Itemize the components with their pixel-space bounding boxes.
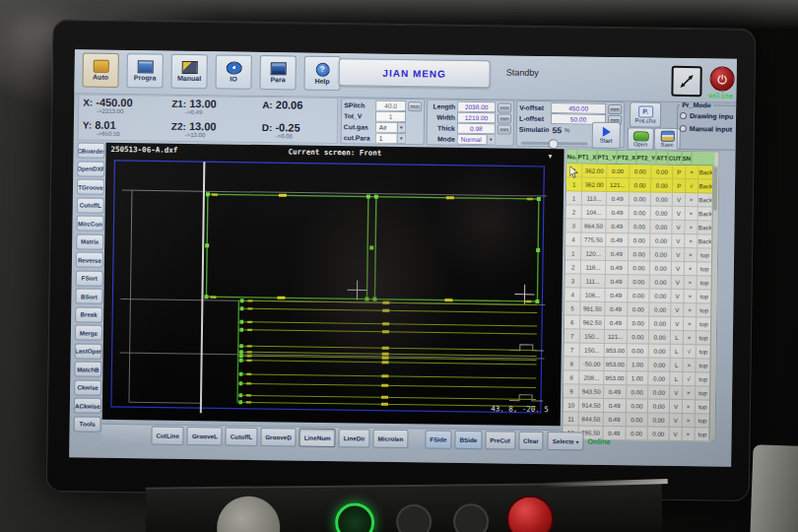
toolbar-button[interactable]: Help [303,56,340,92]
param-field[interactable]: 0.98 ▾ [457,123,496,135]
background-object [750,444,798,532]
app-title: JIAN MENG [338,58,490,88]
param-field[interactable]: Normal ▾ [457,134,496,146]
sidebar-item[interactable]: CBoarder [77,142,104,158]
unit-chip: mm [498,102,511,112]
param-field[interactable]: 40.0 ▾ [375,100,406,111]
console-button-green[interactable] [335,502,374,532]
radio-option[interactable]: Drawing inpu [680,109,735,123]
sidebar-item[interactable]: CutoffL [77,197,104,213]
param-row: cut.Para 1 ▾ [344,132,422,144]
drawing-canvas[interactable]: 250513-06-A.dxf Current screen: Front 43… [102,143,565,426]
bottombar-button[interactable]: GrooveD [260,428,297,447]
unit-chip: mm [498,113,511,123]
pos-change-icon: P. [638,105,653,117]
monitor-bezel: Auto Progra Manual [46,19,757,501]
auto-icon [93,60,108,73]
sidebar-item[interactable]: BSort [75,288,102,303]
bottombar-right: Clear Selecte▾ Online [518,432,615,451]
column-header: PT2_Y [636,151,656,164]
sidebar-item[interactable]: Matrix [76,233,103,249]
sidebar-item[interactable]: LastOper [75,343,102,359]
sidebar-item[interactable]: ACkwise [74,397,101,413]
open-button[interactable]: Open [628,127,654,150]
toolbar-button[interactable]: Auto [82,52,118,88]
sidebar-item[interactable]: Reverse [76,251,103,267]
start-button[interactable]: Start [592,122,621,149]
sidebar-item[interactable]: Tools [74,416,101,432]
chevron-down-icon: ▾ [487,135,495,144]
bottombar-button[interactable]: Microlen [372,430,408,448]
scrollbar-thumb[interactable] [713,166,718,210]
screen: Auto Progra Manual [69,49,737,466]
param-field[interactable]: 1219.00 ▾ [457,112,496,124]
console-button-dark[interactable] [396,504,432,532]
sidebar-item[interactable]: MatchB [74,361,101,376]
toolbar-button[interactable]: Manual [170,54,207,90]
bottombar-button[interactable]: GrooveL [187,427,223,445]
param-field[interactable]: 2038.00 ▾ [457,101,496,113]
simulate-slider[interactable] [521,142,588,146]
pos-change-button[interactable]: P. Pos.cha [630,101,661,127]
power-icon [716,72,729,85]
io-icon [226,61,241,74]
sidebar-item[interactable]: MircCon [76,215,103,231]
column-header: PT1_Y [597,151,617,164]
tool-sidebar: CBoarder OpenDXF TGroove CutoffL MircCon… [74,142,105,433]
open-file-icon [632,131,648,141]
bottombar-button[interactable]: CutLine [151,426,184,444]
offset-params-group: V-offset 450.00 mm L-offset 50.00 mm Sim… [516,100,626,149]
bottombar-button[interactable]: PreCut [485,431,515,449]
axis-readout: Z2: 13.00 ->13.00 [171,120,262,144]
console-knob-gray[interactable] [217,496,281,532]
bottombar-button[interactable]: BSide [454,431,482,449]
radio-option[interactable]: Manual input [680,122,735,136]
axis-readout: Z1: 13.00 ->0.49 [171,98,262,121]
save-floppy-icon [660,131,674,142]
bottombar-button[interactable]: LineDir [339,429,370,447]
bottombar-button[interactable]: LineNum [299,429,336,448]
bottombar-button[interactable]: CutoffL [226,428,258,446]
bottom-toolbar: CutLine GrooveL CutoffL GrooveD LineNum … [101,424,560,451]
radio-icon [680,112,687,119]
console-button-dark[interactable] [453,503,489,532]
bottombar-button[interactable]: FSide [425,430,451,448]
cad-drawing [102,143,565,426]
sidebar-item[interactable]: Break [75,306,102,322]
toolbar-button[interactable]: IO [215,54,251,90]
unit-chip: mm [408,101,422,111]
param-field[interactable]: 1 ▾ [375,111,406,122]
sidebar-item[interactable]: FSort [76,270,103,286]
column-header: CUT [669,152,683,165]
progra-icon [137,60,153,73]
play-icon [602,127,610,137]
param-row: Mode Normal ▾ [430,133,511,145]
console-button-red[interactable] [506,495,555,532]
slider-thumb[interactable] [549,139,559,149]
power-button[interactable] [709,66,734,91]
machine-status: Standby [506,67,539,77]
sidebar-item[interactable]: Ckwise [74,379,101,395]
column-header: No. [566,150,577,163]
sidebar-item[interactable]: TGroove [77,178,104,194]
chevron-down-icon: ▾ [397,123,405,132]
sidebar-item[interactable]: Merge [75,324,102,340]
select-dropdown[interactable]: Selecte▾ [548,432,584,451]
restore-window-button[interactable] [671,66,701,97]
param-field[interactable]: 450.00 [551,102,606,114]
sidebar-item[interactable]: OpenDXF [77,161,104,176]
program-mode-title: Pr_Mode [680,101,713,108]
unit-chip: mm [608,103,622,113]
axis-readout: X: -450.00 ->2213.00 [83,96,171,119]
clear-button[interactable]: Clear [518,432,544,450]
online-indicator: online [698,92,737,100]
column-header: PT1_X [577,150,597,163]
axis-readout: A: 20.06 [262,99,341,122]
segment-table: No.PT1_XPT1_YPT2_XPT2_YATTCUTSN 1 362.00… [562,149,719,440]
toolbar-button[interactable]: Para [259,55,296,91]
param-field[interactable]: 1 ▾ [375,133,406,144]
unit-chip: mm [498,124,511,134]
chevron-down-icon: ▾ [576,438,579,444]
param-field[interactable]: Air ▾ [375,122,406,133]
toolbar-button[interactable]: Progra [126,53,163,89]
